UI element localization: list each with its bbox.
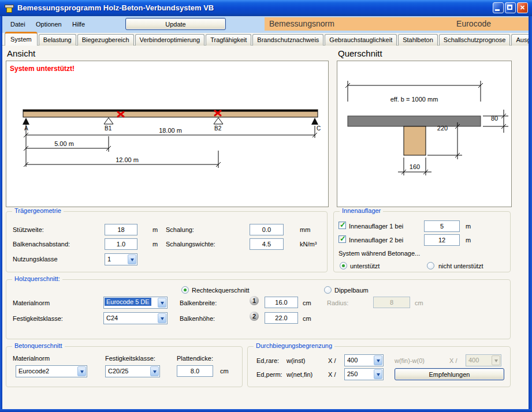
w-fin-value: 400 <box>468 357 479 364</box>
ed-rare-value: 400 <box>347 357 358 364</box>
festigkeitsklasse-beton-value: C20/25 <box>108 368 128 374</box>
tab-brandschutznachweis[interactable]: Brandschutznachweis <box>252 34 323 46</box>
tab-tragfaehigkeit[interactable]: Tragfähigkeit <box>206 34 251 46</box>
festigkeitsklasse-holz-select[interactable]: C24 <box>103 312 168 324</box>
innenauflager2-checkbox[interactable]: ✓ <box>338 235 346 243</box>
chevron-down-icon[interactable] <box>77 366 86 376</box>
balkenachsabstand-input[interactable] <box>105 238 137 250</box>
stuetzweite-unit: m <box>152 226 158 233</box>
durchbiegung-legend: Durchbiegungsbegrenzung <box>254 342 334 349</box>
menu-datei[interactable]: Datei <box>10 21 25 28</box>
tab-belastung[interactable]: Belastung <box>39 34 76 46</box>
schalung-input[interactable] <box>250 224 284 235</box>
tab-stahlbeton[interactable]: Stahlbeton <box>398 34 438 46</box>
ed-perm-value: 250 <box>347 370 358 377</box>
bemessungsnorm-banner: Bemessungsnorm Eurocode <box>265 17 529 31</box>
tab-bar: System Belastung Biegezugbereich Verbind… <box>5 32 532 46</box>
chevron-down-icon[interactable] <box>158 313 166 323</box>
timber-web <box>404 126 426 155</box>
radio-dot-icon <box>342 264 345 267</box>
update-button[interactable]: Update <box>125 18 226 30</box>
innenauflager-groupbox: Innenauflager ✓ Innenauflager 1 bei m ✓ … <box>333 211 511 272</box>
window-border-left <box>0 16 2 412</box>
chevron-down-icon[interactable] <box>158 298 166 308</box>
rechteckquerschnitt-radio[interactable] <box>181 286 189 294</box>
banner-label: Bemessungsnorm <box>269 19 334 28</box>
w-fin-label: w(fin)-w(0) <box>395 357 425 364</box>
festigkeitsklasse-beton-label: Festigkeitsklasse: <box>105 355 155 362</box>
chevron-down-icon[interactable] <box>374 355 382 365</box>
w-fin-prefix: X / <box>449 357 457 364</box>
ed-perm-label: Ed,perm: <box>256 371 282 378</box>
stuetzweite-label: Stützweite: <box>13 226 44 233</box>
dippelbaum-radio[interactable] <box>324 286 332 294</box>
festigkeitsklasse-holz-label: Festigkeitsklasse: <box>13 315 63 322</box>
balkenachsabstand-label: Balkenachsabstand: <box>13 241 70 248</box>
balkenachsabstand-unit: m <box>152 241 158 248</box>
schalungswichte-unit: kN/m³ <box>300 241 317 248</box>
tab-verbinderoptimierung[interactable]: Verbinderoptimierung <box>135 34 205 46</box>
support-c-label: C <box>317 125 321 132</box>
dim-first-label: 5.00 m <box>54 140 74 147</box>
beam-height-label: 220 <box>437 125 448 132</box>
plattendicke-input[interactable] <box>177 365 213 377</box>
chevron-down-icon[interactable] <box>128 254 136 264</box>
nutzungsklasse-select[interactable]: 1 <box>105 253 137 265</box>
ansicht-panel: System unterstützt! <box>6 61 329 207</box>
ed-perm-prefix: X / <box>328 371 336 378</box>
materialnorm-holz-select[interactable]: Eurocode 5 DE <box>103 297 168 309</box>
tab-schallschutzprognose[interactable]: Schallschutzprognose <box>439 34 511 46</box>
maximize-icon <box>507 5 512 10</box>
radius-unit: cm <box>415 299 423 306</box>
badge-1: 1 <box>250 296 259 305</box>
support-b2-label: B2 <box>214 125 222 132</box>
ed-rare-prefix: X / <box>328 357 336 364</box>
chevron-down-icon[interactable] <box>150 366 159 376</box>
nicht-unterstuetzt-label: nicht unterstützt <box>438 263 483 269</box>
radius-input <box>373 297 410 308</box>
innenauflager-legend: Innenauflager <box>340 207 383 214</box>
stuetzweite-input[interactable] <box>105 224 137 235</box>
menu-bar: Datei Optionen Hilfe Update Bemessungsno… <box>2 16 529 33</box>
maximize-button[interactable] <box>505 2 516 13</box>
nutzungsklasse-label: Nutzungsklasse <box>13 256 58 263</box>
w-inst-label: w(inst) <box>287 357 305 364</box>
balkenhoehe-label: Balkenhöhe: <box>180 315 215 322</box>
empfehlungen-button[interactable]: Empfehlungen <box>395 368 504 380</box>
innenauflager1-input[interactable] <box>424 220 460 232</box>
beam-diagram: A B1 B2 C 18.00 m 5.00 m 12.00 m <box>6 61 327 205</box>
tab-biegezugbereich[interactable]: Biegezugbereich <box>77 34 134 46</box>
balkenbreite-label: Balkenbreite: <box>180 299 217 306</box>
materialnorm-holz-value: Eurocode 5 DE <box>105 298 151 306</box>
support-a-label: A <box>24 125 28 132</box>
close-button[interactable]: ✕ <box>517 2 528 13</box>
radius-label: Radius: <box>327 299 348 306</box>
support-a-icon <box>23 118 29 125</box>
betonage-label: System während Betonage... <box>338 250 420 257</box>
minimize-button[interactable] <box>493 2 504 13</box>
w-netfin-label: w(net,fin) <box>287 371 312 378</box>
materialnorm-beton-select[interactable]: Eurocode2 <box>16 365 87 377</box>
unterstuetzt-label: unterstützt <box>350 263 380 269</box>
balkenhoehe-input[interactable] <box>265 312 298 324</box>
balkenbreite-input[interactable] <box>265 297 298 308</box>
innenauflager2-input[interactable] <box>424 234 460 246</box>
innenauflager1-checkbox[interactable]: ✓ <box>338 222 346 229</box>
menu-optionen[interactable]: Optionen <box>36 21 62 28</box>
schalungswichte-input[interactable] <box>250 238 284 250</box>
tab-gebrauchstauglichkeit[interactable]: Gebrauchstauglichkeit <box>325 34 397 46</box>
unterstuetzt-radio[interactable] <box>340 262 347 269</box>
menu-hilfe[interactable]: Hilfe <box>72 21 85 28</box>
nicht-unterstuetzt-radio[interactable] <box>427 262 434 269</box>
ed-perm-select[interactable]: 250 <box>344 368 384 380</box>
app-icon <box>5 3 14 13</box>
festigkeitsklasse-beton-select[interactable]: C20/25 <box>105 365 160 377</box>
beam-width-label: 160 <box>410 163 420 170</box>
chevron-down-icon[interactable] <box>374 369 382 379</box>
betonquerschnitt-legend: Betonquerschnitt <box>12 342 65 349</box>
tab-system[interactable]: System <box>5 32 38 46</box>
balkenhoehe-unit: cm <box>303 315 311 322</box>
check-icon: ✓ <box>340 234 346 243</box>
ed-rare-select[interactable]: 400 <box>344 354 384 366</box>
support-b2-icon <box>214 118 223 124</box>
